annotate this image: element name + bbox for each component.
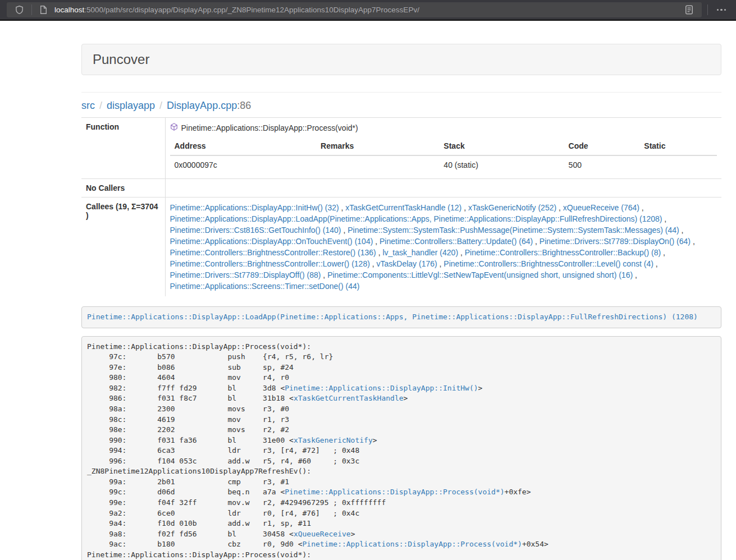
callee-link[interactable]: Pinetime::Controllers::Battery::Update()… (380, 237, 533, 246)
toolbar-divider (707, 4, 708, 15)
asm-symbol-link[interactable]: xTaskGetCurrentTaskHandle (294, 394, 404, 402)
callee-link[interactable]: xQueueReceive (764) (563, 203, 639, 212)
callee-separator: , (691, 237, 695, 246)
col-header-address: Address (170, 137, 317, 155)
callee-separator: , (461, 203, 468, 212)
breadcrumb-separator: / (95, 100, 107, 111)
callee-separator: , (662, 214, 666, 223)
callee-separator: , (376, 248, 383, 257)
callee-link[interactable]: Pinetime::Applications::DisplayApp::OnTo… (170, 237, 373, 246)
callee-link[interactable]: Pinetime::Drivers::St7789::DisplayOn() (… (540, 237, 691, 246)
callee-link[interactable]: Pinetime::Controllers::BrightnessControl… (170, 259, 370, 268)
callee-link[interactable]: Pinetime::System::SystemTask::PushMessag… (348, 226, 679, 235)
function-stats-table: Address Remarks Stack Code Static 0x0000… (170, 137, 717, 174)
asm-symbol-link[interactable]: Pinetime::Applications::DisplayApp::Proc… (303, 540, 522, 548)
breadcrumb-link[interactable]: DisplayApp.cpp (167, 100, 237, 111)
asm-symbol-link[interactable]: Pinetime::Applications::DisplayApp::Init… (285, 384, 478, 392)
breadcrumb-link[interactable]: displayapp (107, 100, 155, 111)
function-stats-row: 0x0000097c 40 (static) 500 (170, 155, 717, 174)
function-detail-table: Function Pinetime::Applications::Display… (81, 117, 721, 296)
highlighted-symbol-link[interactable]: Pinetime::Applications::DisplayApp::Load… (87, 313, 698, 321)
callee-link[interactable]: Pinetime::Drivers::Cst816S::GetTouchInfo… (170, 226, 341, 235)
highlighted-symbol-box: Pinetime::Applications::DisplayApp::Load… (81, 306, 721, 328)
function-title: Pinetime::Applications::DisplayApp::Proc… (170, 122, 717, 133)
callee-separator: , (639, 203, 644, 212)
callee-separator: , (533, 237, 540, 246)
callee-link[interactable]: Pinetime::Components::LittleVgl::SetNewT… (327, 270, 633, 279)
callees-label: Callees (19, Σ=3704 ) (81, 198, 165, 297)
callers-row: No Callers (81, 179, 721, 198)
callee-link[interactable]: Pinetime::Controllers::BrightnessControl… (444, 259, 653, 268)
reader-mode-icon[interactable] (682, 5, 697, 15)
shield-icon[interactable] (12, 5, 27, 15)
assembly-listing: Pinetime::Applications::DisplayApp::Proc… (81, 336, 721, 560)
asm-symbol-link[interactable]: xTaskGenericNotify (294, 436, 373, 444)
asm-symbol-link[interactable]: Pinetime::Applications::DisplayApp::Proc… (285, 488, 504, 496)
browser-toolbar: localhost:5000/path/src/displayapp/Displ… (0, 0, 736, 20)
app-title: Puncover (93, 52, 710, 67)
callee-link[interactable]: vTaskDelay (176) (377, 259, 437, 268)
function-name: Pinetime::Applications::DisplayApp::Proc… (181, 123, 358, 132)
callee-link[interactable]: xTaskGetCurrentTaskHandle (12) (345, 203, 461, 212)
breadcrumb-separator: / (155, 100, 167, 111)
window-border (0, 20, 736, 21)
no-callers-label: No Callers (81, 179, 165, 198)
static-value (639, 155, 717, 174)
urlbar-divider (31, 4, 32, 15)
callee-link[interactable]: lv_task_handler (420) (382, 248, 458, 257)
url-path: :5000/path/src/displayapp/DisplayApp.cpp… (84, 6, 419, 14)
breadcrumb: src / displayapp / DisplayApp.cpp:86 (81, 100, 721, 112)
breadcrumb-link[interactable]: src (81, 100, 95, 111)
callers-list (165, 179, 721, 198)
callee-link[interactable]: xTaskGenericNotify (252) (468, 203, 556, 212)
function-row-label: Function (81, 118, 165, 179)
page-container: Puncover src / displayapp / DisplayApp.c… (81, 44, 721, 560)
asm-symbol-link[interactable]: xQueueReceive (294, 530, 351, 538)
url-host: localhost (54, 6, 84, 14)
col-header-code: Code (564, 137, 640, 155)
callee-separator: , (661, 248, 665, 257)
callee-separator: , (341, 226, 348, 235)
callee-link[interactable]: Pinetime::Applications::DisplayApp::Load… (170, 214, 662, 223)
callee-separator: , (339, 203, 346, 212)
callee-separator: , (437, 259, 444, 268)
callee-separator: , (370, 259, 377, 268)
callees-list: Pinetime::Applications::DisplayApp::Init… (165, 198, 721, 297)
address-value: 0x0000097c (170, 155, 317, 174)
callee-link[interactable]: Pinetime::Applications::Screens::Timer::… (170, 282, 360, 291)
col-header-remarks: Remarks (316, 137, 439, 155)
col-header-static: Static (639, 137, 717, 155)
callee-separator: , (633, 270, 637, 279)
callee-link[interactable]: Pinetime::Drivers::St7789::DisplayOff() … (170, 270, 321, 279)
callee-separator: , (653, 259, 658, 268)
col-header-stack: Stack (439, 137, 564, 155)
callee-separator: , (458, 248, 465, 257)
more-tools-icon[interactable] (714, 9, 730, 11)
callee-link[interactable]: Pinetime::Applications::DisplayApp::Init… (170, 203, 339, 212)
callee-link[interactable]: Pinetime::Controllers::BrightnessControl… (465, 248, 661, 257)
remarks-value (316, 155, 439, 174)
callees-row: Callees (19, Σ=3704 ) Pinetime::Applicat… (81, 198, 721, 297)
code-value: 500 (564, 155, 640, 174)
url-bar[interactable]: localhost:5000/path/src/displayapp/Displ… (7, 2, 702, 17)
callee-separator: , (373, 237, 380, 246)
stack-value: 40 (static) (439, 155, 564, 174)
package-icon (170, 122, 178, 133)
function-row: Function Pinetime::Applications::Display… (81, 118, 721, 179)
callee-separator: , (321, 270, 327, 279)
url-text[interactable]: localhost:5000/path/src/displayapp/Displ… (54, 6, 682, 14)
callee-separator: , (556, 203, 563, 212)
callee-link[interactable]: Pinetime::Controllers::BrightnessControl… (170, 248, 376, 257)
divider (81, 92, 721, 93)
breadcrumb-line-number: :86 (237, 100, 251, 111)
page-info-icon[interactable] (36, 6, 51, 14)
app-header-panel: Puncover (81, 44, 721, 75)
callee-separator: , (679, 226, 684, 235)
